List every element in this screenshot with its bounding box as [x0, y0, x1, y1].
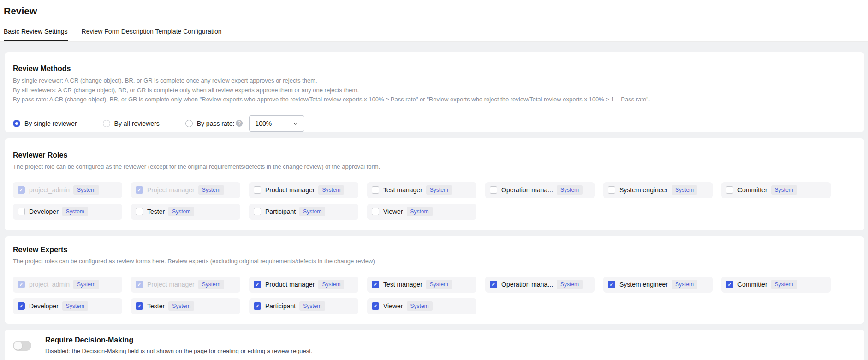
role-label: Viewer	[383, 302, 403, 310]
role-chip-committer[interactable]: ✓CommitterSystem	[721, 277, 831, 293]
decision-making-toggle[interactable]	[13, 341, 31, 351]
role-checkbox[interactable]	[254, 186, 261, 194]
role-label: project_admin	[29, 281, 70, 288]
system-badge: System	[73, 185, 99, 195]
role-chip-viewer[interactable]: ✓ViewerSystem	[367, 298, 476, 314]
role-chip-operation-mana[interactable]: ✓Operation mana...System	[485, 277, 595, 293]
section-title-review-methods: Review Methods	[13, 65, 856, 73]
tab-bar: Basic Review SettingsReview Form Descrip…	[0, 28, 868, 41]
role-chip-system-engineer[interactable]: System engineerSystem	[603, 182, 713, 198]
role-chip-product-manager[interactable]: Product managerSystem	[249, 182, 358, 198]
role-chip-product-manager[interactable]: ✓Product managerSystem	[249, 277, 358, 293]
review-experts-grid: ✓project_adminSystem✓Project managerSyst…	[13, 277, 856, 314]
role-chip-participant[interactable]: ✓ParticipantSystem	[249, 298, 358, 314]
role-checkbox[interactable]: ✓	[18, 302, 25, 310]
tab-basic-review-settings[interactable]: Basic Review Settings	[4, 28, 68, 41]
role-checkbox[interactable]	[372, 208, 379, 215]
review-experts-description: The project roles can be configured as r…	[13, 257, 856, 266]
role-chip-test-manager[interactable]: Test managerSystem	[367, 182, 476, 198]
role-checkbox[interactable]: ✓	[490, 281, 497, 288]
system-badge: System	[672, 185, 697, 195]
role-checkbox[interactable]	[608, 186, 615, 194]
role-checkbox[interactable]: ✓	[372, 281, 379, 288]
system-badge: System	[771, 185, 797, 195]
role-checkbox: ✓	[136, 281, 143, 288]
system-badge: System	[168, 207, 194, 216]
role-checkbox[interactable]	[372, 186, 379, 194]
role-chip-viewer[interactable]: ViewerSystem	[367, 204, 476, 220]
role-label: Committer	[737, 281, 767, 288]
role-chip-operation-mana[interactable]: Operation mana...System	[485, 182, 595, 198]
review-method-option-by-single-reviewer[interactable]: By single reviewer	[13, 120, 77, 127]
role-checkbox[interactable]: ✓	[372, 302, 379, 310]
radio-button[interactable]	[103, 120, 110, 127]
role-checkbox[interactable]: ✓	[608, 281, 615, 288]
role-checkbox[interactable]	[490, 186, 497, 194]
role-chip-tester[interactable]: ✓TesterSystem	[131, 298, 240, 314]
radio-button[interactable]	[185, 120, 193, 127]
review-method-row: By single reviewerBy all reviewersBy pas…	[13, 115, 856, 132]
description-line: By pass rate: A CR (change object), BR, …	[13, 95, 856, 105]
role-chip-committer[interactable]: CommitterSystem	[721, 182, 831, 198]
review-method-option-by-pass-rate[interactable]: By pass rate:?	[185, 120, 243, 127]
role-chip-system-engineer[interactable]: ✓System engineerSystem	[603, 277, 713, 293]
page-title: Review	[0, 0, 868, 17]
system-badge: System	[407, 301, 433, 311]
system-badge: System	[426, 185, 452, 195]
role-checkbox: ✓	[18, 186, 25, 194]
role-checkbox[interactable]	[254, 208, 261, 215]
role-chip-project-admin[interactable]: ✓project_adminSystem	[13, 277, 122, 293]
role-checkbox[interactable]	[726, 186, 733, 194]
role-label: Project manager	[147, 186, 195, 194]
review-method-option-by-all-reviewers[interactable]: By all reviewers	[103, 120, 160, 127]
role-chip-project-admin[interactable]: ✓project_adminSystem	[13, 182, 122, 198]
role-label: Product manager	[265, 186, 315, 194]
radio-label: By pass rate:	[197, 120, 235, 127]
system-badge: System	[557, 185, 583, 195]
pass-rate-select[interactable]: 100%	[249, 115, 304, 132]
system-badge: System	[198, 280, 224, 289]
role-label: Tester	[147, 208, 165, 215]
role-label: project_admin	[29, 186, 70, 194]
pass-rate-value: 100%	[255, 120, 272, 127]
system-badge: System	[318, 280, 344, 289]
review-experts-card: Review Experts The project roles can be …	[5, 236, 864, 324]
system-badge: System	[407, 207, 433, 216]
chevron-down-icon	[293, 121, 298, 126]
role-checkbox[interactable]: ✓	[254, 281, 261, 288]
role-chip-project-manager[interactable]: ✓Project managerSystem	[131, 277, 240, 293]
role-label: Participant	[265, 208, 296, 215]
role-chip-project-manager[interactable]: ✓Project managerSystem	[131, 182, 240, 198]
role-label: Viewer	[383, 208, 403, 215]
system-badge: System	[672, 280, 697, 289]
tab-review-form-description-template-configuration[interactable]: Review Form Description Template Configu…	[82, 28, 222, 41]
role-checkbox[interactable]	[136, 208, 143, 215]
system-badge: System	[299, 301, 325, 311]
description-line: By single reviewer: A CR (change object)…	[13, 76, 856, 86]
role-chip-tester[interactable]: TesterSystem	[131, 204, 240, 220]
help-icon[interactable]: ?	[236, 120, 243, 127]
review-methods-card: Review Methods By single reviewer: A CR …	[5, 52, 864, 132]
decision-making-description: Disabled: the Decision-Making field is n…	[45, 347, 313, 356]
role-checkbox[interactable]	[18, 208, 25, 215]
role-chip-participant[interactable]: ParticipantSystem	[249, 204, 358, 220]
settings-sections: Review Methods By single reviewer: A CR …	[0, 42, 868, 360]
role-label: Developer	[29, 208, 59, 215]
decision-making-card: Require Decision-Making Disabled: the De…	[5, 330, 864, 360]
role-checkbox[interactable]: ✓	[726, 281, 733, 288]
role-chip-developer[interactable]: DeveloperSystem	[13, 204, 122, 220]
system-badge: System	[557, 280, 583, 289]
role-checkbox[interactable]: ✓	[254, 302, 261, 310]
radio-button[interactable]	[13, 120, 20, 127]
role-chip-developer[interactable]: ✓DeveloperSystem	[13, 298, 122, 314]
reviewer-roles-description: The project role can be configured as th…	[13, 162, 856, 172]
reviewer-roles-card: Reviewer Roles The project role can be c…	[5, 138, 864, 230]
system-badge: System	[198, 185, 224, 195]
role-label: Project manager	[147, 281, 195, 288]
role-chip-test-manager[interactable]: ✓Test managerSystem	[367, 277, 476, 293]
role-label: Operation mana...	[501, 281, 553, 288]
review-method-options: By single reviewerBy all reviewersBy pas…	[13, 120, 243, 127]
system-badge: System	[771, 280, 797, 289]
section-title-reviewer-roles: Reviewer Roles	[13, 151, 856, 159]
role-checkbox[interactable]: ✓	[136, 302, 143, 310]
